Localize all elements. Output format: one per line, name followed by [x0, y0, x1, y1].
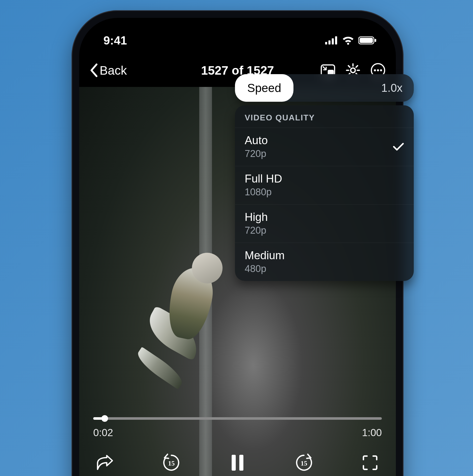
battery-icon [358, 36, 377, 45]
svg-point-11 [374, 69, 376, 71]
quality-option-sub: 720p [245, 225, 268, 236]
status-indicators [325, 36, 377, 45]
video-subject-bird [127, 256, 238, 399]
speed-label-pill: Speed [235, 74, 293, 102]
speed-row[interactable]: Speed 1.0x [235, 74, 414, 102]
svg-rect-15 [239, 455, 243, 471]
skip-forward-button[interactable]: 15 [294, 452, 314, 473]
wifi-icon [342, 36, 354, 45]
quality-option-title: Medium [245, 249, 285, 262]
checkmark-icon [393, 142, 404, 151]
quality-option-sub: 1080p [245, 187, 282, 198]
skip-back-seconds: 15 [168, 460, 175, 467]
chevron-left-icon [89, 63, 98, 77]
quality-option-full-hd[interactable]: Full HD 1080p [235, 166, 414, 204]
quality-option-title: Auto [245, 134, 268, 147]
quality-option-sub: 480p [245, 263, 285, 274]
svg-point-13 [380, 69, 382, 71]
svg-rect-3 [335, 36, 337, 44]
back-label: Back [100, 63, 127, 77]
quality-option-high[interactable]: High 720p [235, 204, 414, 243]
pause-button[interactable] [227, 452, 248, 473]
svg-rect-0 [325, 42, 327, 44]
svg-rect-6 [375, 39, 376, 42]
svg-rect-14 [232, 455, 236, 471]
dynamic-island [192, 26, 283, 47]
back-button[interactable]: Back [89, 63, 127, 77]
fullscreen-button[interactable] [360, 452, 380, 473]
cellular-icon [325, 36, 338, 44]
status-time: 9:41 [103, 33, 127, 47]
svg-point-9 [351, 68, 355, 73]
video-quality-panel: VIDEO QUALITY Auto 720p Full HD 1080p [235, 105, 414, 281]
skip-back-button[interactable]: 15 [161, 452, 182, 473]
duration: 1:00 [362, 427, 382, 438]
share-button[interactable] [95, 452, 115, 473]
svg-rect-2 [332, 38, 334, 44]
quality-option-sub: 720p [245, 148, 268, 159]
svg-point-12 [377, 69, 379, 71]
svg-rect-5 [360, 38, 373, 43]
speed-value: 1.0x [381, 82, 403, 94]
settings-popover: Speed 1.0x VIDEO QUALITY Auto 720p Full … [235, 74, 414, 281]
skip-forward-seconds: 15 [301, 460, 307, 467]
playback-controls: 0:02 1:00 15 15 [79, 417, 396, 473]
stage: 9:41 [0, 0, 473, 476]
progress-bar[interactable] [93, 417, 382, 420]
video-quality-header: VIDEO QUALITY [235, 105, 414, 128]
current-time: 0:02 [93, 427, 113, 438]
quality-option-title: High [245, 211, 268, 223]
quality-option-medium[interactable]: Medium 480p [235, 243, 414, 281]
svg-rect-1 [328, 40, 330, 44]
quality-option-title: Full HD [245, 172, 282, 185]
quality-option-auto[interactable]: Auto 720p [235, 128, 414, 166]
progress-thumb[interactable] [101, 415, 108, 422]
